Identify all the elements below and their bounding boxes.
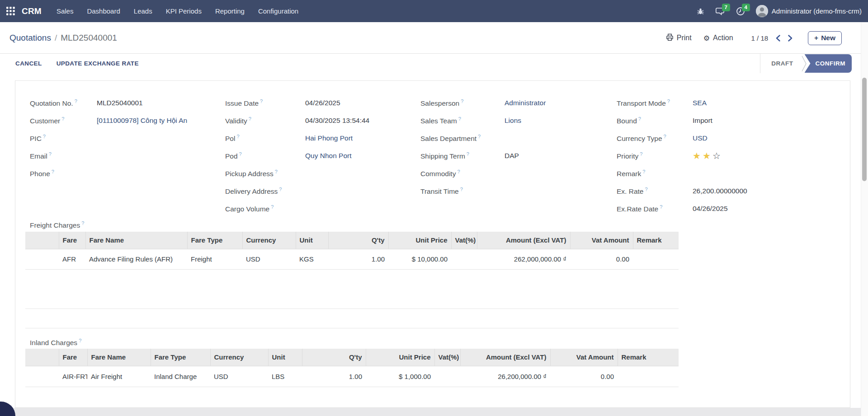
column-remark[interactable]: Remark — [633, 232, 679, 249]
activities-clock-icon[interactable]: 4 — [736, 7, 745, 16]
field-value[interactable]: Administrator — [505, 99, 586, 108]
cell-currency[interactable]: USD — [242, 249, 296, 269]
cell-vat-amount[interactable]: 0.00 — [550, 366, 618, 387]
column-qty[interactable]: Q'ty — [328, 232, 388, 249]
vertical-scrollbar-thumb[interactable] — [862, 78, 867, 181]
column-fare[interactable]: Fare — [59, 232, 85, 249]
column-vat-pct[interactable]: Vat(%) — [434, 349, 460, 366]
field-value[interactable]: Quy Nhon Port — [305, 152, 387, 161]
cell-vat-amount[interactable]: 0.00 — [570, 249, 633, 269]
breadcrumb-quotations-link[interactable]: Quotations — [9, 33, 51, 43]
update-exchange-rate-button[interactable]: UPDATE EXCHANGE RATE — [57, 60, 139, 67]
cell-unit-price[interactable]: $ 10,000.00 — [388, 249, 451, 269]
field-value[interactable] — [505, 169, 586, 178]
cell-fare-name[interactable]: Advance Filing Rules (AFR) — [85, 249, 187, 269]
column-vat-pct[interactable]: Vat(%) — [451, 232, 477, 249]
vertical-scrollbar-track[interactable] — [861, 22, 868, 416]
star-filled-icon[interactable]: ★ — [693, 151, 701, 161]
star-empty-icon[interactable]: ☆ — [712, 151, 721, 161]
cell-unit-price[interactable]: $ 1,000.00 — [366, 366, 434, 387]
app-title[interactable]: CRM — [22, 6, 42, 16]
status-confirm[interactable]: CONFIRM — [805, 54, 852, 73]
star-filled-icon[interactable]: ★ — [703, 151, 711, 161]
field-value[interactable]: 04/26/2025 — [693, 205, 774, 214]
field-value[interactable]: DAP — [505, 152, 586, 161]
column-fare[interactable]: Fare — [59, 349, 87, 366]
column-unit[interactable]: Unit — [296, 232, 328, 249]
nav-item-sales[interactable]: Sales — [50, 0, 80, 22]
field-value[interactable]: Lions — [505, 117, 586, 126]
cell-unit[interactable]: LBS — [268, 366, 302, 387]
field-value[interactable]: 04/26/2025 — [305, 99, 387, 108]
column-currency[interactable]: Currency — [242, 232, 296, 249]
column-fare-name[interactable]: Fare Name — [85, 232, 187, 249]
apps-grid-icon[interactable] — [0, 0, 21, 22]
cell-remark[interactable] — [633, 249, 679, 269]
status-draft[interactable]: DRAFT — [765, 60, 801, 67]
field-value[interactable] — [305, 187, 387, 196]
livechat-bubble-button[interactable] — [0, 402, 15, 416]
nav-item-leads[interactable]: Leads — [127, 0, 159, 22]
row-handle[interactable] — [25, 249, 59, 269]
field-value[interactable] — [505, 187, 586, 196]
nav-item-configuration[interactable]: Configuration — [251, 0, 305, 22]
column-fare-name[interactable]: Fare Name — [87, 349, 151, 366]
pager-previous-icon[interactable] — [776, 35, 780, 42]
nav-item-reporting[interactable]: Reporting — [208, 0, 251, 22]
cell-fare-type[interactable]: Freight — [187, 249, 242, 269]
field-value[interactable]: 26,200.00000000 — [693, 187, 774, 196]
cell-fare-type[interactable]: Inland Charge — [151, 366, 210, 387]
cell-amount[interactable]: 262,000,000.00 ₫ — [477, 249, 570, 269]
column-amount[interactable]: Amount (Excl VAT) — [460, 349, 550, 366]
cell-unit[interactable]: KGS — [296, 249, 328, 269]
action-button[interactable]: ⚙ Action — [703, 34, 733, 42]
cell-vat-pct[interactable] — [451, 249, 477, 269]
priority-stars[interactable]: ★★☆ — [693, 151, 774, 161]
cell-currency[interactable]: USD — [210, 366, 268, 387]
column-vat-amount[interactable]: Vat Amount — [570, 232, 633, 249]
print-button[interactable]: Print — [666, 33, 692, 43]
inland-row-air-frt[interactable]: AIR-FRT Air Freight Inland Charge USD LB… — [25, 366, 679, 387]
column-qty[interactable]: Q'ty — [302, 349, 366, 366]
field-value[interactable] — [505, 134, 586, 143]
field-value[interactable]: USD — [693, 134, 774, 143]
cell-fare[interactable]: AIR-FRT — [59, 366, 87, 387]
field-value[interactable]: 04/30/2025 13:54:44 — [305, 117, 387, 126]
new-button[interactable]: + New — [808, 31, 842, 45]
column-fare-type[interactable]: Fare Type — [187, 232, 242, 249]
field-value[interactable] — [97, 152, 178, 161]
cell-fare[interactable]: AFR — [59, 249, 85, 269]
user-menu[interactable]: Administrator (demo-fms-crm) — [756, 5, 862, 17]
field-value[interactable]: [0111000978] Công ty Hội An — [97, 117, 187, 126]
column-amount[interactable]: Amount (Excl VAT) — [477, 232, 570, 249]
field-value[interactable] — [97, 134, 178, 143]
cell-qty[interactable]: 1.00 — [302, 366, 366, 387]
nav-item-dashboard[interactable]: Dashboard — [80, 0, 127, 22]
nav-item-kpi-periods[interactable]: KPI Periods — [159, 0, 208, 22]
row-handle[interactable] — [25, 366, 59, 387]
cell-remark[interactable] — [618, 366, 679, 387]
pager-next-icon[interactable] — [788, 35, 793, 42]
field-value[interactable]: SEA — [693, 99, 774, 108]
column-remark[interactable]: Remark — [618, 349, 679, 366]
field-value[interactable] — [305, 205, 387, 214]
cell-vat-pct[interactable] — [434, 366, 460, 387]
column-unit[interactable]: Unit — [268, 349, 302, 366]
cancel-button[interactable]: CANCEL — [15, 60, 42, 67]
field-value[interactable]: Import — [693, 117, 774, 126]
cell-fare-name[interactable]: Air Freight — [87, 366, 151, 387]
column-vat-amount[interactable]: Vat Amount — [550, 349, 618, 366]
column-unit-price[interactable]: Unit Price — [366, 349, 434, 366]
cell-qty[interactable]: 1.00 — [328, 249, 388, 269]
field-value[interactable] — [693, 169, 774, 178]
messages-icon[interactable]: 7 — [715, 7, 725, 16]
column-fare-type[interactable]: Fare Type — [151, 349, 210, 366]
cell-amount[interactable]: 26,200,000.00 ₫ — [460, 366, 550, 387]
freight-row-afr[interactable]: AFR Advance Filing Rules (AFR) Freight U… — [25, 249, 679, 269]
column-unit-price[interactable]: Unit Price — [388, 232, 451, 249]
field-value[interactable]: Hai Phong Port — [305, 134, 387, 143]
column-currency[interactable]: Currency — [210, 349, 268, 366]
field-value[interactable] — [97, 169, 178, 178]
field-value[interactable] — [305, 169, 387, 178]
debug-bug-icon[interactable] — [697, 7, 704, 15]
